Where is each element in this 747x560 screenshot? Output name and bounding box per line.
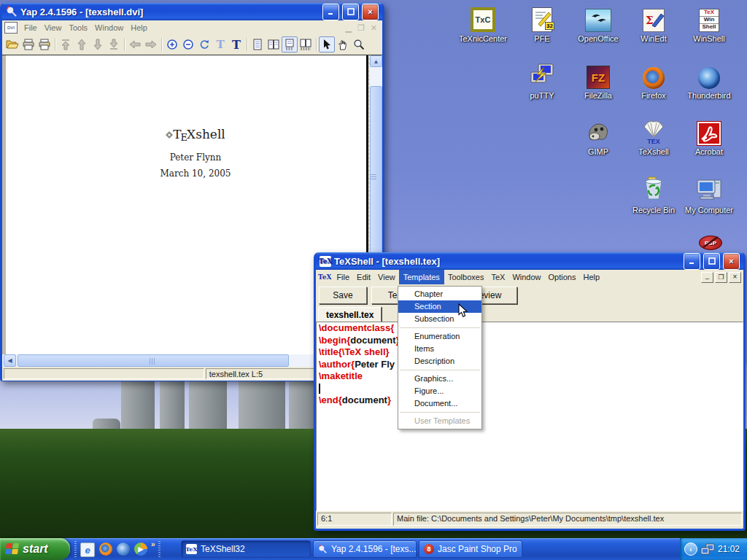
yap-titlebar[interactable]: Yap 2.4.1596 - [texshell.dvi] × bbox=[2, 3, 382, 20]
tray-chevron-icon[interactable]: ‹ bbox=[684, 542, 697, 556]
save-button[interactable]: Save bbox=[319, 287, 367, 304]
quick-launch-separator bbox=[74, 541, 77, 557]
next-page-icon[interactable] bbox=[90, 36, 106, 52]
desktop-icon-firefox[interactable]: Firefox bbox=[623, 63, 684, 100]
texshell-menu-view[interactable]: View bbox=[374, 270, 399, 284]
zoom-in-icon[interactable] bbox=[164, 36, 180, 52]
desktop-icon-winedt[interactable]: Σ WinEdt bbox=[623, 6, 684, 43]
texshell-mdi-close-button[interactable]: × bbox=[729, 272, 741, 283]
texshell-editor[interactable]: \documentclass{ \begin{document} \title{… bbox=[316, 322, 743, 511]
quick-launch-chevron-icon[interactable]: » bbox=[151, 540, 155, 560]
menu-item-description[interactable]: Description bbox=[398, 355, 481, 368]
texshell-menu-tex[interactable]: TeX bbox=[487, 270, 508, 284]
previous-page-icon[interactable] bbox=[74, 36, 90, 52]
scroll-up-icon[interactable]: ▲ bbox=[370, 55, 382, 67]
menu-item-graphics[interactable]: Graphics... bbox=[398, 373, 481, 385]
menu-item-document[interactable]: Document... bbox=[398, 397, 481, 410]
continuous-double-view-icon[interactable] bbox=[298, 36, 314, 52]
yap-hscroll-thumb[interactable] bbox=[18, 354, 289, 367]
desktop-icon-putty[interactable]: puTTY bbox=[511, 63, 573, 100]
menu-item-items[interactable]: Items bbox=[398, 343, 481, 355]
taskbar-task-texshell32[interactable]: TeX TeXShell32 bbox=[181, 540, 311, 558]
thunderbird-quicklaunch-icon[interactable] bbox=[117, 542, 130, 556]
back-icon[interactable] bbox=[127, 36, 143, 52]
firefox-quicklaunch-icon[interactable] bbox=[99, 542, 112, 556]
media-player-icon[interactable]: ▶ bbox=[134, 542, 147, 556]
text-render-icon[interactable]: T bbox=[228, 36, 244, 52]
texshell-titlebar[interactable]: TeX TeXShell - [texshell.tex] × bbox=[316, 252, 743, 270]
desktop-icon-filezilla[interactable]: FZ FileZilla bbox=[568, 63, 629, 100]
single-page-view-icon[interactable] bbox=[249, 36, 266, 52]
desktop-icon-thunderbird[interactable]: Thunderbird bbox=[678, 63, 740, 100]
print-setup-icon[interactable] bbox=[36, 36, 53, 52]
scroll-left-icon[interactable]: ◀ bbox=[4, 354, 16, 367]
desktop-icon-texshell[interactable]: TEX TeXshell bbox=[623, 119, 684, 156]
cursor-position-status: 6:1 bbox=[317, 513, 392, 526]
tab-texshell-tex[interactable]: texshell.tex bbox=[318, 307, 382, 323]
zoom-out-icon[interactable] bbox=[180, 36, 196, 52]
yap-window-title: Yap 2.4.1596 - [texshell.dvi] bbox=[20, 7, 320, 18]
refresh-icon[interactable] bbox=[196, 36, 212, 52]
texshell-minimize-button[interactable] bbox=[684, 253, 700, 270]
start-button[interactable]: start bbox=[0, 538, 70, 560]
taskbar-task-paintshoppro[interactable]: 8 Jasc Paint Shop Pro bbox=[419, 540, 522, 558]
forward-icon[interactable] bbox=[143, 36, 159, 52]
menu-item-subsection[interactable]: Subsection bbox=[398, 313, 481, 325]
texshell-menu-edit[interactable]: Edit bbox=[353, 270, 374, 284]
texshell-menu-window[interactable]: Window bbox=[508, 270, 544, 284]
taskbar-task-yap[interactable]: Yap 2.4.1596 - [texs... bbox=[313, 540, 417, 558]
magnifier-tool-icon[interactable] bbox=[351, 36, 367, 52]
desktop-icon-acrobat[interactable]: Acrobat bbox=[678, 119, 740, 156]
texshell-menu-toolboxes[interactable]: Toolboxes bbox=[444, 270, 488, 284]
desktop-icon-gimp[interactable]: GIMP bbox=[568, 119, 629, 156]
yap-minimize-button[interactable] bbox=[322, 4, 339, 20]
desktop-icon-my-computer[interactable]: My Computer bbox=[678, 177, 740, 214]
texshell-menubar: TeX File Edit View Templates Toolboxes T… bbox=[316, 270, 743, 284]
yap-mdi-restore-button[interactable]: ❐ bbox=[355, 23, 368, 33]
print-icon[interactable] bbox=[20, 36, 36, 52]
desktop-icon-texniccenter[interactable]: TxC TeXnicCenter bbox=[452, 6, 514, 43]
dvi-date-text: March 10, 2005 bbox=[115, 168, 276, 179]
desktop-icon-pfe[interactable]: 32 PFE bbox=[511, 6, 573, 43]
yap-maximize-button[interactable] bbox=[342, 4, 359, 20]
menu-item-figure[interactable]: Figure... bbox=[398, 385, 481, 397]
code-line: \author{Peter Fly bbox=[317, 359, 743, 371]
code-line: \title{\TeX shell} bbox=[317, 346, 743, 359]
yap-menu-view[interactable]: View bbox=[41, 21, 66, 34]
first-page-icon[interactable] bbox=[58, 36, 74, 52]
hand-tool-icon[interactable] bbox=[335, 36, 351, 52]
yap-menu-tools[interactable]: Tools bbox=[65, 21, 91, 34]
texshell-menu-templates[interactable]: Templates bbox=[399, 270, 444, 284]
texshell-menu-options[interactable]: Options bbox=[545, 270, 580, 284]
menu-separator bbox=[400, 370, 480, 370]
texshell-mdi-restore-button[interactable]: ❐ bbox=[715, 272, 727, 283]
texshell-menu-help[interactable]: Help bbox=[579, 270, 603, 284]
double-page-view-icon[interactable] bbox=[266, 36, 282, 52]
last-page-icon[interactable] bbox=[106, 36, 122, 52]
desktop-icon-openoffice[interactable]: OpenOffice bbox=[568, 6, 629, 43]
menu-item-chapter[interactable]: Chapter bbox=[398, 288, 481, 300]
network-tray-icon[interactable] bbox=[700, 543, 715, 555]
text-outline-icon[interactable]: T bbox=[212, 36, 228, 52]
yap-close-button[interactable]: × bbox=[362, 4, 379, 20]
yap-menu-help[interactable]: Help bbox=[127, 21, 151, 34]
texshell-mdi-minimize-button[interactable]: _ bbox=[701, 272, 713, 283]
texshell-maximize-button[interactable] bbox=[703, 253, 720, 270]
internet-explorer-icon[interactable]: e bbox=[80, 542, 95, 557]
open-file-icon[interactable] bbox=[4, 36, 20, 52]
yap-menu-file[interactable]: File bbox=[20, 21, 41, 34]
yap-vscroll-thumb[interactable] bbox=[370, 86, 382, 268]
desktop-icon-recycle-bin[interactable]: Recycle Bin bbox=[623, 177, 684, 214]
texshell-close-button[interactable]: × bbox=[723, 253, 740, 270]
yap-mdi-minimize-button[interactable]: ▁ bbox=[342, 23, 354, 33]
desktop-icon-winshell[interactable]: TeX Win Shell WinShell bbox=[678, 6, 740, 43]
menu-item-enumeration[interactable]: Enumeration bbox=[398, 330, 481, 343]
menu-item-section[interactable]: Section bbox=[398, 300, 481, 313]
continuous-view-icon[interactable] bbox=[282, 36, 298, 52]
select-tool-icon[interactable] bbox=[319, 36, 335, 52]
yap-menu-window[interactable]: Window bbox=[91, 21, 127, 34]
code-line: \end{document} bbox=[317, 394, 743, 407]
texshell-menu-file[interactable]: File bbox=[333, 270, 353, 284]
yap-mdi-close-button[interactable]: ✕ bbox=[368, 23, 380, 33]
desktop-icon-paintshoppro[interactable]: PSP bbox=[699, 236, 724, 253]
